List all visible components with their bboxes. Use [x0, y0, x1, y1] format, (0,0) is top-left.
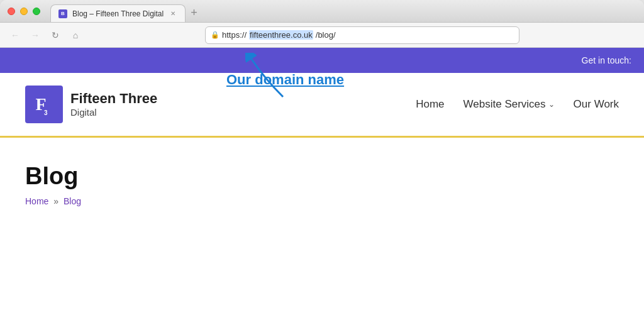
logo-area: F 3 Fifteen Three Digital	[25, 86, 157, 123]
get-in-touch-text: Get in touch:	[582, 55, 631, 65]
url-prefix: https://	[222, 30, 247, 40]
traffic-lights	[8, 8, 40, 15]
lock-icon: 🔒	[211, 31, 219, 39]
nav-menu: Home Website Services ⌄ Our Work	[416, 98, 619, 111]
minimize-button[interactable]	[20, 8, 28, 15]
address-bar-row: ← → ↻ ⌂ 🔒 https://fifteenthree.co.uk/blo…	[0, 23, 644, 48]
tab-title: Blog – Fifteen Three Digital	[72, 9, 164, 18]
tab-close-icon[interactable]: ✕	[169, 9, 177, 18]
nav-item-our-work[interactable]: Our Work	[574, 98, 619, 111]
website-content: Our domain name Get in touch: F	[0, 48, 644, 315]
breadcrumb-home[interactable]: Home	[25, 196, 48, 206]
back-button[interactable]: ←	[8, 28, 23, 43]
title-bar: B Blog – Fifteen Three Digital ✕ +	[0, 0, 644, 23]
nav-item-home[interactable]: Home	[416, 98, 444, 111]
breadcrumb-current: Blog	[64, 196, 81, 206]
reload-button[interactable]: ↻	[48, 28, 63, 43]
page-title: Blog	[25, 163, 619, 190]
maximize-button[interactable]	[33, 8, 40, 15]
forward-button[interactable]: →	[28, 28, 43, 43]
home-button[interactable]: ⌂	[68, 28, 83, 43]
top-bar: Get in touch:	[0, 48, 644, 73]
brand-line1: Fifteen Three	[70, 91, 157, 107]
tab-bar: B Blog – Fifteen Three Digital ✕ +	[50, 0, 197, 22]
url-highlighted: fifteenthree.co.uk	[249, 30, 313, 40]
logo-subscript: 3	[44, 109, 48, 116]
chevron-down-icon: ⌄	[548, 100, 555, 109]
active-tab[interactable]: B Blog – Fifteen Three Digital ✕	[50, 4, 186, 22]
close-button[interactable]	[8, 8, 15, 15]
logo-text: Fifteen Three Digital	[70, 91, 157, 118]
main-header: F 3 Fifteen Three Digital Home Website S…	[0, 73, 644, 138]
new-tab-button[interactable]: +	[191, 6, 197, 22]
browser-window: B Blog – Fifteen Three Digital ✕ + ← → ↻…	[0, 0, 644, 315]
brand-line3: Digital	[70, 107, 157, 118]
address-field[interactable]: 🔒 https://fifteenthree.co.uk/blog/	[205, 26, 519, 44]
breadcrumb: Home » Blog	[25, 196, 619, 206]
page-content: Blog Home » Blog	[0, 138, 644, 219]
breadcrumb-separator: »	[53, 196, 58, 206]
url-suffix: /blog/	[316, 30, 336, 40]
tab-favicon: B	[58, 9, 67, 18]
logo-icon: F 3	[25, 86, 63, 123]
nav-item-website-services[interactable]: Website Services ⌄	[464, 98, 555, 111]
